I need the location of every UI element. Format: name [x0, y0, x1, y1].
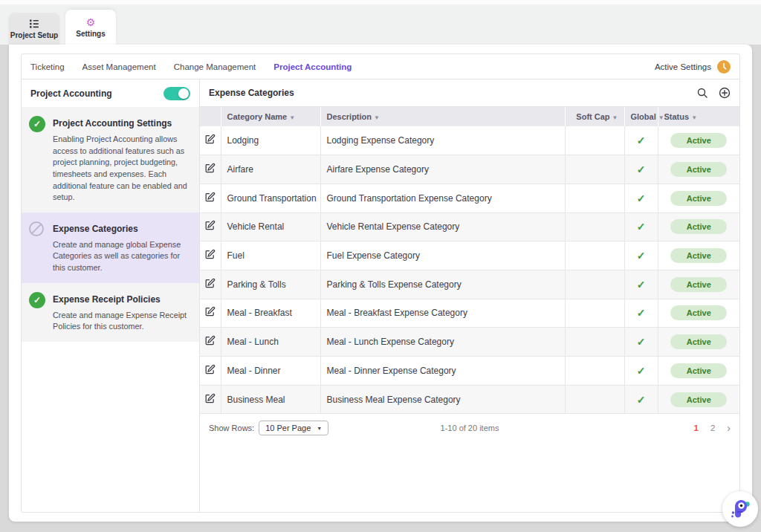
cell-description: Ground Transportation Expense Category [320, 184, 565, 213]
table-row: Parking & TollsParking & Tolls Expense C… [200, 270, 739, 299]
sidebar-step-project-accounting-settings[interactable]: ✓Project Accounting SettingsEnabling Pro… [22, 107, 199, 213]
cell-status: Active [658, 213, 739, 241]
tab-bar: Project Setup ⚙ Settings [9, 6, 116, 45]
cell-category-name: Meal - Breakfast [221, 299, 320, 328]
cell-category-name: Parking & Tolls [221, 270, 320, 299]
sort-arrow-icon: ▼ [374, 114, 380, 121]
cell-status: Active [658, 126, 739, 155]
edit-row-icon[interactable] [200, 299, 221, 328]
edit-row-icon[interactable] [200, 213, 221, 241]
cell-soft-cap [565, 357, 624, 386]
global-check-icon: ✓ [624, 299, 658, 328]
table-row: Meal - BreakfastMeal - Breakfast Expense… [200, 299, 739, 328]
edit-row-icon[interactable] [200, 357, 221, 386]
tab-settings-label: Settings [76, 30, 105, 38]
table-row: FuelFuel Expense Category✓Active [200, 241, 739, 270]
sort-arrow-icon: ▼ [612, 114, 618, 121]
add-circle-icon[interactable] [719, 87, 731, 99]
edit-row-icon[interactable] [200, 385, 221, 414]
step-description: Enabling Project Accounting allows acces… [53, 134, 189, 204]
sort-arrow-icon: ▼ [658, 114, 664, 121]
edit-row-icon[interactable] [200, 155, 221, 184]
cell-description: Lodging Expense Category [320, 126, 565, 155]
help-mascot-button[interactable] [722, 491, 758, 527]
main-title: Expense Categories [209, 88, 294, 98]
status-badge: Active [670, 162, 727, 177]
global-check-icon: ✓ [624, 126, 658, 155]
table-row: Business MealBusiness Meal Expense Categ… [200, 385, 739, 414]
sidebar-title: Project Accounting [30, 88, 112, 99]
edit-row-icon[interactable] [200, 126, 221, 155]
edit-row-icon[interactable] [200, 184, 221, 213]
sidebar-filler [22, 342, 199, 512]
cell-category-name: Business Meal [221, 385, 320, 414]
gear-icon: ⚙ [86, 17, 96, 27]
expense-categories-table: Category Name▼ Description▼ Soft Cap▼ Gl… [200, 107, 739, 414]
page-size-value: 10 Per Page [265, 424, 311, 432]
project-accounting-toggle[interactable] [163, 87, 190, 100]
status-badge: Active [670, 248, 727, 263]
cell-soft-cap [565, 328, 624, 357]
col-header-edit [200, 107, 221, 126]
status-badge: Active [670, 305, 727, 320]
incomplete-circle-icon [29, 221, 45, 274]
global-check-icon: ✓ [624, 155, 658, 184]
sidebar-step-expense-categories[interactable]: Expense CategoriesCreate and manage glob… [22, 213, 199, 283]
active-settings-label: Active Settings [655, 62, 711, 71]
cell-description: Meal - Dinner Expense Category [320, 357, 565, 386]
table-row: Ground TransportationGround Transportati… [200, 184, 739, 213]
search-icon[interactable] [696, 87, 708, 99]
edit-row-icon[interactable] [200, 270, 221, 299]
sidebar: Project Accounting ✓Project Accounting S… [22, 80, 200, 512]
subnav-item-project-accounting[interactable]: Project Accounting [273, 62, 352, 71]
cell-category-name: Lodging [221, 126, 320, 155]
page-number-2[interactable]: 2 [710, 424, 715, 432]
page-size-select[interactable]: 10 Per Page ▼ [259, 421, 328, 435]
col-header-description[interactable]: Description▼ [320, 107, 565, 126]
tab-settings[interactable]: ⚙ Settings [65, 10, 116, 45]
check-circle-icon: ✓ [29, 292, 45, 333]
global-check-icon: ✓ [624, 241, 658, 270]
settings-card: TicketingAsset ManagementChange Manageme… [9, 45, 752, 522]
status-badge: Active [670, 277, 727, 292]
global-check-icon: ✓ [624, 357, 658, 386]
show-rows-label: Show Rows: [209, 424, 254, 432]
table-row: Meal - LunchMeal - Lunch Expense Categor… [200, 328, 739, 357]
cell-status: Active [658, 385, 739, 414]
sidebar-step-expense-receipt-policies[interactable]: ✓Expense Receipt PoliciesCreate and mana… [22, 283, 199, 342]
check-circle-icon: ✓ [29, 116, 45, 204]
pagination: 12› [694, 423, 731, 433]
subnav-item-asset-management[interactable]: Asset Management [82, 62, 156, 71]
status-badge: Active [670, 191, 727, 206]
step-body: Expense CategoriesCreate and manage glob… [53, 221, 189, 274]
table-row: Meal - DinnerMeal - Dinner Expense Categ… [200, 357, 739, 386]
chevron-right-icon[interactable]: › [727, 423, 731, 433]
cell-status: Active [658, 241, 739, 270]
status-badge: Active [670, 133, 727, 148]
edit-row-icon[interactable] [200, 241, 221, 270]
clock-icon[interactable] [717, 60, 731, 74]
table-footer: 1-10 of 20 items Show Rows: 10 Per Page … [200, 414, 739, 442]
step-description: Create and manage Expense Receipt Polici… [53, 310, 189, 333]
tab-project-setup[interactable]: Project Setup [9, 13, 59, 45]
subnav-item-ticketing[interactable]: Ticketing [30, 62, 65, 71]
sort-arrow-icon: ▼ [289, 114, 295, 121]
subnav-item-change-management[interactable]: Change Management [174, 62, 256, 71]
cell-description: Vehicle Rental Expense Category [320, 213, 565, 241]
col-header-soft-cap[interactable]: Soft Cap▼ [565, 107, 624, 126]
edit-row-icon[interactable] [200, 328, 221, 357]
cell-description: Parking & Tolls Expense Category [320, 270, 565, 299]
page-number-1[interactable]: 1 [694, 424, 699, 432]
col-header-global[interactable]: Global▼ [624, 107, 658, 126]
cell-category-name: Meal - Dinner [221, 357, 320, 386]
status-badge: Active [670, 392, 727, 407]
col-header-status[interactable]: Status▼ [658, 107, 739, 126]
cell-soft-cap [565, 299, 624, 328]
status-badge: Active [670, 334, 727, 349]
step-title: Expense Categories [53, 224, 189, 234]
settings-subnav: TicketingAsset ManagementChange Manageme… [22, 54, 739, 80]
col-header-category-name[interactable]: Category Name▼ [221, 107, 320, 126]
cell-description: Meal - Breakfast Expense Category [320, 299, 565, 328]
table-header-row: Category Name▼ Description▼ Soft Cap▼ Gl… [200, 107, 739, 126]
main-header-icons [696, 87, 731, 99]
